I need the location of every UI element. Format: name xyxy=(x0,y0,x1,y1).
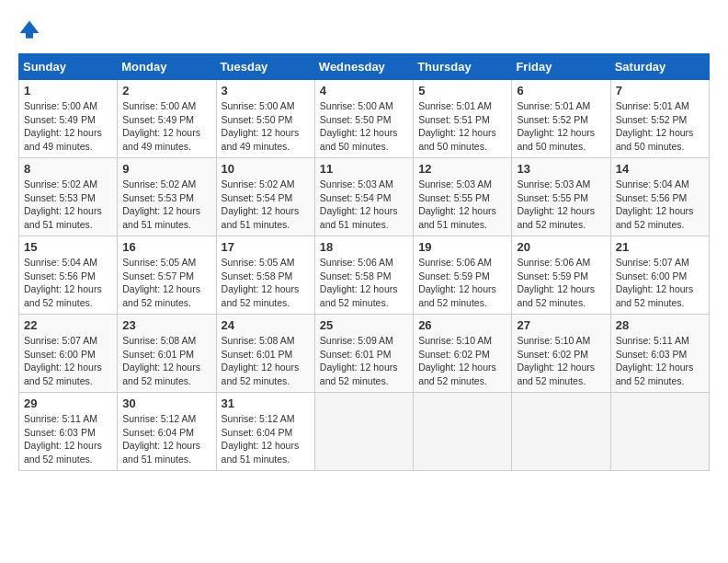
calendar-cell: 2Sunrise: 5:00 AMSunset: 5:49 PMDaylight… xyxy=(118,80,216,158)
day-number: 11 xyxy=(320,162,408,176)
calendar-cell: 13Sunrise: 5:03 AMSunset: 5:55 PMDayligh… xyxy=(512,158,610,236)
day-number: 7 xyxy=(616,84,704,98)
calendar-cell: 12Sunrise: 5:03 AMSunset: 5:55 PMDayligh… xyxy=(414,158,512,236)
weekday-header-row: SundayMondayTuesdayWednesdayThursdayFrid… xyxy=(19,54,710,80)
week-row-4: 22Sunrise: 5:07 AMSunset: 6:00 PMDayligh… xyxy=(19,315,710,393)
calendar-cell: 11Sunrise: 5:03 AMSunset: 5:54 PMDayligh… xyxy=(314,158,413,236)
day-info: Sunrise: 5:01 AMSunset: 5:52 PMDaylight:… xyxy=(616,99,704,154)
calendar-cell: 28Sunrise: 5:11 AMSunset: 6:03 PMDayligh… xyxy=(610,315,709,393)
day-number: 3 xyxy=(222,84,310,98)
calendar-cell: 20Sunrise: 5:06 AMSunset: 5:59 PMDayligh… xyxy=(512,236,610,315)
calendar-cell: 19Sunrise: 5:06 AMSunset: 5:59 PMDayligh… xyxy=(414,236,512,315)
day-info: Sunrise: 5:02 AMSunset: 5:53 PMDaylight:… xyxy=(24,178,112,232)
weekday-header-friday: Friday xyxy=(512,54,610,80)
logo-icon xyxy=(18,18,40,40)
calendar-cell: 31Sunrise: 5:12 AMSunset: 6:04 PMDayligh… xyxy=(216,393,314,471)
calendar-cell: 25Sunrise: 5:09 AMSunset: 6:01 PMDayligh… xyxy=(314,315,413,393)
weekday-header-sunday: Sunday xyxy=(19,54,118,80)
calendar-cell: 16Sunrise: 5:05 AMSunset: 5:57 PMDayligh… xyxy=(118,236,216,315)
day-number: 29 xyxy=(24,396,112,410)
day-info: Sunrise: 5:05 AMSunset: 5:57 PMDaylight:… xyxy=(122,256,210,310)
day-info: Sunrise: 5:10 AMSunset: 6:02 PMDaylight:… xyxy=(418,334,506,388)
day-info: Sunrise: 5:04 AMSunset: 5:56 PMDaylight:… xyxy=(24,256,112,310)
day-number: 4 xyxy=(320,84,408,98)
day-number: 9 xyxy=(122,162,210,176)
day-number: 26 xyxy=(418,318,506,332)
calendar-cell: 17Sunrise: 5:05 AMSunset: 5:58 PMDayligh… xyxy=(216,236,314,315)
day-info: Sunrise: 5:03 AMSunset: 5:54 PMDaylight:… xyxy=(320,178,408,232)
day-number: 27 xyxy=(517,318,605,332)
day-info: Sunrise: 5:09 AMSunset: 6:01 PMDaylight:… xyxy=(320,334,408,388)
calendar-cell: 27Sunrise: 5:10 AMSunset: 6:02 PMDayligh… xyxy=(512,315,610,393)
day-number: 19 xyxy=(418,240,506,254)
calendar-cell: 29Sunrise: 5:11 AMSunset: 6:03 PMDayligh… xyxy=(19,393,118,471)
day-info: Sunrise: 5:11 AMSunset: 6:03 PMDaylight:… xyxy=(24,412,112,466)
calendar-cell: 14Sunrise: 5:04 AMSunset: 5:56 PMDayligh… xyxy=(610,158,709,236)
calendar-cell: 23Sunrise: 5:08 AMSunset: 6:01 PMDayligh… xyxy=(118,315,216,393)
day-number: 24 xyxy=(222,318,310,332)
day-info: Sunrise: 5:05 AMSunset: 5:58 PMDaylight:… xyxy=(222,256,310,310)
day-number: 30 xyxy=(122,396,210,410)
day-info: Sunrise: 5:00 AMSunset: 5:50 PMDaylight:… xyxy=(320,99,408,154)
day-info: Sunrise: 5:01 AMSunset: 5:51 PMDaylight:… xyxy=(418,99,506,154)
day-number: 5 xyxy=(418,84,506,98)
day-number: 20 xyxy=(517,240,605,254)
day-number: 21 xyxy=(616,240,704,254)
day-number: 28 xyxy=(616,318,704,332)
calendar-cell xyxy=(414,393,512,471)
day-number: 1 xyxy=(24,84,112,98)
day-info: Sunrise: 5:01 AMSunset: 5:52 PMDaylight:… xyxy=(517,99,605,154)
day-number: 25 xyxy=(320,318,408,332)
day-number: 8 xyxy=(24,162,112,176)
logo xyxy=(18,18,44,44)
calendar-cell: 26Sunrise: 5:10 AMSunset: 6:02 PMDayligh… xyxy=(414,315,512,393)
week-row-2: 8Sunrise: 5:02 AMSunset: 5:53 PMDaylight… xyxy=(19,158,710,236)
calendar-cell: 8Sunrise: 5:02 AMSunset: 5:53 PMDaylight… xyxy=(19,158,118,236)
svg-rect-1 xyxy=(26,33,33,39)
weekday-header-monday: Monday xyxy=(118,54,216,80)
day-number: 22 xyxy=(24,318,112,332)
calendar-cell: 9Sunrise: 5:02 AMSunset: 5:53 PMDaylight… xyxy=(118,158,216,236)
day-info: Sunrise: 5:11 AMSunset: 6:03 PMDaylight:… xyxy=(616,334,704,388)
day-info: Sunrise: 5:06 AMSunset: 5:58 PMDaylight:… xyxy=(320,256,408,310)
calendar-cell xyxy=(314,393,413,471)
weekday-header-wednesday: Wednesday xyxy=(314,54,413,80)
day-number: 17 xyxy=(222,240,310,254)
calendar-cell: 7Sunrise: 5:01 AMSunset: 5:52 PMDaylight… xyxy=(610,80,709,158)
calendar-cell xyxy=(610,393,709,471)
calendar-header xyxy=(18,18,710,44)
day-number: 2 xyxy=(122,84,210,98)
day-info: Sunrise: 5:07 AMSunset: 6:00 PMDaylight:… xyxy=(24,334,112,388)
week-row-1: 1Sunrise: 5:00 AMSunset: 5:49 PMDaylight… xyxy=(19,80,710,158)
day-info: Sunrise: 5:10 AMSunset: 6:02 PMDaylight:… xyxy=(517,334,605,388)
calendar-cell: 1Sunrise: 5:00 AMSunset: 5:49 PMDaylight… xyxy=(19,80,118,158)
day-number: 18 xyxy=(320,240,408,254)
day-info: Sunrise: 5:00 AMSunset: 5:49 PMDaylight:… xyxy=(24,99,112,154)
day-number: 10 xyxy=(222,162,310,176)
calendar-cell: 30Sunrise: 5:12 AMSunset: 6:04 PMDayligh… xyxy=(118,393,216,471)
day-info: Sunrise: 5:00 AMSunset: 5:49 PMDaylight:… xyxy=(122,99,210,154)
calendar-cell: 10Sunrise: 5:02 AMSunset: 5:54 PMDayligh… xyxy=(216,158,314,236)
calendar-table: SundayMondayTuesdayWednesdayThursdayFrid… xyxy=(18,53,710,471)
weekday-header-tuesday: Tuesday xyxy=(216,54,314,80)
day-info: Sunrise: 5:04 AMSunset: 5:56 PMDaylight:… xyxy=(616,178,704,232)
weekday-header-saturday: Saturday xyxy=(610,54,709,80)
calendar-cell: 4Sunrise: 5:00 AMSunset: 5:50 PMDaylight… xyxy=(314,80,413,158)
day-number: 31 xyxy=(222,396,310,410)
day-info: Sunrise: 5:08 AMSunset: 6:01 PMDaylight:… xyxy=(222,334,310,388)
svg-marker-0 xyxy=(20,20,40,33)
day-info: Sunrise: 5:12 AMSunset: 6:04 PMDaylight:… xyxy=(222,412,310,466)
day-number: 16 xyxy=(122,240,210,254)
day-number: 23 xyxy=(122,318,210,332)
calendar-cell: 18Sunrise: 5:06 AMSunset: 5:58 PMDayligh… xyxy=(314,236,413,315)
day-info: Sunrise: 5:06 AMSunset: 5:59 PMDaylight:… xyxy=(517,256,605,310)
calendar-cell: 15Sunrise: 5:04 AMSunset: 5:56 PMDayligh… xyxy=(19,236,118,315)
day-info: Sunrise: 5:02 AMSunset: 5:54 PMDaylight:… xyxy=(222,178,310,232)
day-number: 15 xyxy=(24,240,112,254)
calendar-cell: 3Sunrise: 5:00 AMSunset: 5:50 PMDaylight… xyxy=(216,80,314,158)
day-info: Sunrise: 5:00 AMSunset: 5:50 PMDaylight:… xyxy=(222,99,310,154)
day-info: Sunrise: 5:08 AMSunset: 6:01 PMDaylight:… xyxy=(122,334,210,388)
day-info: Sunrise: 5:03 AMSunset: 5:55 PMDaylight:… xyxy=(517,178,605,232)
day-number: 13 xyxy=(517,162,605,176)
day-info: Sunrise: 5:06 AMSunset: 5:59 PMDaylight:… xyxy=(418,256,506,310)
